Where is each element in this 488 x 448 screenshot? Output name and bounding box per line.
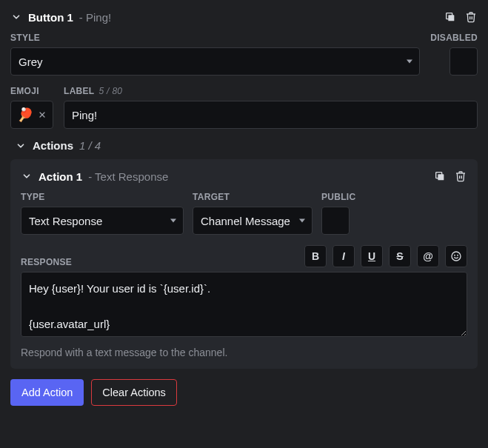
- duplicate-icon[interactable]: [444, 10, 457, 24]
- button-header: Button 1 - Ping!: [10, 10, 478, 24]
- emoji-picker[interactable]: 🏓: [10, 101, 53, 129]
- italic-button[interactable]: I: [332, 245, 355, 267]
- disabled-label: DISABLED: [430, 33, 478, 43]
- action-card: Action 1 - Text Response TYPE Text: [10, 159, 478, 369]
- response-label: RESPONSE: [21, 257, 72, 267]
- emoji-glyph: 🏓: [17, 108, 33, 121]
- close-icon[interactable]: [38, 110, 47, 119]
- public-checkbox[interactable]: [321, 207, 350, 235]
- action-subtitle: - Text Response: [88, 170, 168, 183]
- duplicate-icon[interactable]: [433, 170, 447, 183]
- chevron-down-icon[interactable]: [10, 11, 22, 23]
- action-title: Action 1: [39, 170, 82, 183]
- svg-rect-0: [448, 15, 454, 21]
- bold-button[interactable]: B: [304, 245, 327, 267]
- trash-icon[interactable]: [464, 10, 478, 24]
- label-input[interactable]: [64, 101, 478, 129]
- public-label: PUBLIC: [321, 192, 355, 202]
- actions-header: Actions 1 / 4: [15, 139, 478, 152]
- clear-actions-button[interactable]: Clear Actions: [91, 379, 176, 406]
- button-title: Button 1: [28, 11, 73, 24]
- mention-button[interactable]: @: [417, 245, 439, 267]
- trash-icon[interactable]: [454, 170, 467, 183]
- emoji-label: EMOJI: [10, 86, 53, 96]
- response-hint: Respond with a text message to the chann…: [21, 347, 467, 358]
- target-select[interactable]: Channel Message: [193, 207, 312, 235]
- type-label: TYPE: [21, 192, 184, 202]
- chevron-down-icon[interactable]: [21, 170, 33, 182]
- style-label: STYLE: [10, 33, 420, 43]
- label-label: LABEL5 / 80: [64, 86, 478, 96]
- strike-button[interactable]: S: [389, 245, 411, 267]
- style-select[interactable]: Grey: [10, 47, 420, 76]
- svg-point-6: [452, 252, 461, 261]
- actions-title: Actions: [33, 139, 73, 152]
- svg-rect-4: [438, 174, 444, 180]
- response-toolbar: B I U S @: [304, 245, 467, 267]
- emoji-button[interactable]: [445, 245, 467, 267]
- type-select[interactable]: Text Response: [21, 207, 184, 235]
- actions-count: 1 / 4: [79, 139, 101, 152]
- disabled-checkbox[interactable]: [449, 47, 478, 76]
- response-textarea[interactable]: [21, 272, 467, 337]
- underline-button[interactable]: U: [361, 245, 383, 267]
- button-subtitle: - Ping!: [79, 11, 111, 24]
- chevron-down-icon[interactable]: [15, 140, 27, 152]
- target-label: TARGET: [193, 192, 312, 202]
- svg-point-8: [458, 255, 458, 255]
- svg-point-7: [455, 255, 455, 255]
- add-action-button[interactable]: Add Action: [10, 379, 84, 406]
